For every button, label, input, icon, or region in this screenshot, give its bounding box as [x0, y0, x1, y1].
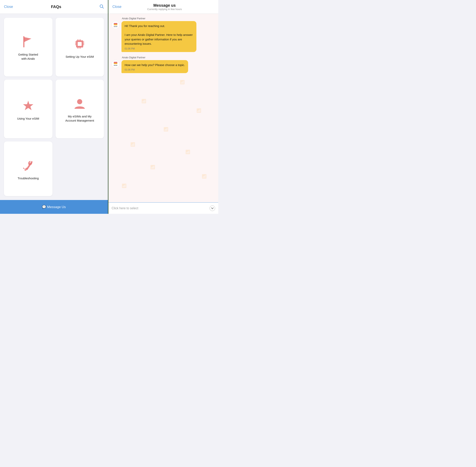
chat-bubble-row: airalo How can we help you? Please choos…	[112, 60, 215, 73]
faq-card-troubleshooting[interactable]: Troubleshooting	[4, 142, 53, 196]
message-us-label: 💬 Message Us	[42, 205, 66, 209]
svg-rect-3	[78, 42, 82, 46]
message-us-bar[interactable]: 💬 Message Us	[0, 200, 108, 214]
sender-name: Airalo Digital Partner	[122, 17, 215, 20]
faq-card-getting-started[interactable]: Getting Startedwith Airalo	[4, 18, 53, 77]
avatar: airalo	[112, 60, 120, 68]
right-panel: Close Message us Currently replying in f…	[109, 0, 218, 214]
faq-card-using-esim[interactable]: Using Your eSIM	[4, 80, 53, 138]
faq-title: FAQs	[51, 4, 61, 9]
close-button-right[interactable]: Close	[112, 5, 122, 9]
left-panel: Close FAQs Getting Startedwith Airalo	[0, 0, 109, 214]
sender-name: Airalo Digital Partner	[122, 56, 215, 59]
select-placeholder-text: Click here to select	[112, 207, 210, 210]
tools-icon	[21, 158, 35, 173]
chat-bubble-2: How can we help you? Please choose a top…	[122, 60, 188, 73]
faq-card-label: Setting Up Your eSIM	[66, 55, 94, 59]
svg-line-1	[103, 7, 104, 8]
faq-card-my-esims[interactable]: My eSIMs and MyAccount Management	[56, 80, 104, 138]
close-button-left[interactable]: Close	[4, 5, 13, 9]
chat-bubble-1: Hi! Thank you for reaching out.I am your…	[122, 21, 196, 52]
chat-bubble-row: airalo Hi! Thank you for reaching out.I …	[112, 21, 215, 52]
flag-icon	[21, 35, 35, 49]
search-icon[interactable]	[99, 4, 104, 10]
avatar: airalo	[112, 21, 120, 29]
chat-area: 📶 📶 📶 📶 📶 📶 📶 📶 📶 📶 📶 📶 Airalo Digital P…	[109, 14, 218, 202]
svg-line-19	[26, 169, 27, 170]
chat-message-group-2: Airalo Digital Partner airalo How can we…	[112, 56, 215, 73]
left-header: Close FAQs	[0, 0, 108, 14]
chat-message-time: 01:06 PM	[125, 47, 193, 50]
faq-card-label: Using Your eSIM	[17, 117, 39, 121]
chat-message-text: Hi! Thank you for reaching out.I am your…	[125, 24, 193, 45]
chip-icon	[73, 37, 87, 51]
right-header: Close Message us Currently replying in f…	[109, 0, 218, 14]
chat-message-group-1: Airalo Digital Partner airalo Hi! Thank …	[112, 17, 215, 52]
faq-card-setting-up[interactable]: Setting Up Your eSIM	[56, 18, 104, 77]
svg-point-17	[77, 99, 82, 104]
select-bar[interactable]: Click here to select	[109, 202, 218, 214]
faq-card-label: Getting Startedwith Airalo	[18, 52, 38, 61]
chat-subtitle: Currently replying in few hours	[125, 8, 204, 11]
right-header-info: Message us Currently replying in few hou…	[125, 3, 204, 11]
faq-card-label: Troubleshooting	[17, 176, 39, 180]
chat-message-text: How can we help you? Please choose a top…	[125, 63, 185, 67]
star-icon	[21, 99, 35, 113]
faq-card-label: My eSIMs and MyAccount Management	[65, 114, 94, 123]
select-arrow-icon[interactable]	[210, 206, 215, 211]
person-icon	[73, 97, 87, 111]
svg-marker-16	[23, 101, 33, 110]
chat-message-time: 01:06 PM	[125, 68, 185, 71]
faq-grid: Getting Startedwith Airalo	[0, 14, 108, 200]
chat-title: Message us	[125, 3, 204, 8]
